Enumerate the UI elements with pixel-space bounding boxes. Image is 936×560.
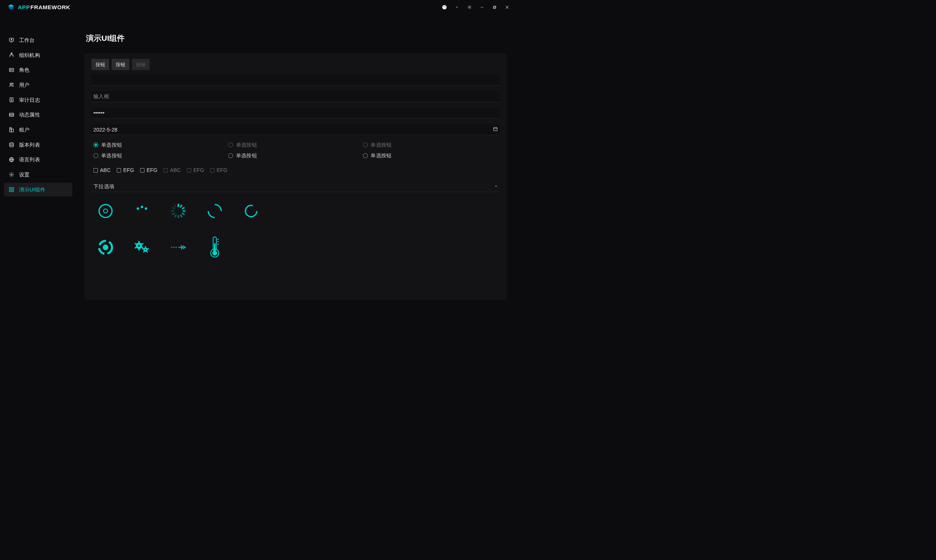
svg-rect-72 xyxy=(147,248,149,249)
svg-point-43 xyxy=(104,209,108,213)
demo-button-0[interactable]: 按钮 xyxy=(92,59,109,70)
demo-button-2: 按钮 xyxy=(132,59,149,70)
svg-rect-38 xyxy=(494,128,497,131)
password-input[interactable]: •••••• xyxy=(92,108,500,119)
brand-accent: APP xyxy=(18,4,30,11)
radio-circle-icon xyxy=(228,142,233,147)
svg-point-42 xyxy=(99,205,112,217)
svg-rect-48 xyxy=(180,204,183,208)
svg-point-78 xyxy=(174,247,175,248)
brand: APP FRAMEWORK xyxy=(7,3,70,11)
text-input-placeholder[interactable]: 输入框 xyxy=(92,91,500,102)
checkbox-2[interactable]: EFG xyxy=(140,167,157,174)
sidebar: 工作台组织机构角色用户审计日志动态属性租户版本列表语言列表设置演示UI组件 xyxy=(0,15,77,308)
sidebar-item-label: 语言列表 xyxy=(19,156,40,163)
radio-circle-icon xyxy=(228,153,233,158)
sidebar-item-settings[interactable]: 设置 xyxy=(4,168,72,182)
spinner-thermometer-icon xyxy=(206,239,223,255)
svg-rect-51 xyxy=(182,212,185,215)
checkbox-4: EFG xyxy=(187,167,204,174)
spinner-gears-icon xyxy=(134,239,150,255)
dropdown-caret-icon[interactable] xyxy=(454,5,460,10)
svg-point-46 xyxy=(145,207,148,210)
radio-label: 单选按钮 xyxy=(101,141,122,148)
radio-option-3[interactable]: 单选按钮 xyxy=(93,152,228,159)
sidebar-item-version-list[interactable]: 版本列表 xyxy=(4,138,72,151)
svg-point-33 xyxy=(11,174,12,175)
sidebar-item-organization[interactable]: 组织机构 xyxy=(4,48,72,62)
radio-label: 单选按钮 xyxy=(236,152,257,159)
svg-rect-24 xyxy=(9,113,14,117)
role-icon xyxy=(8,67,15,73)
maximize-icon[interactable] xyxy=(492,5,497,10)
svg-rect-75 xyxy=(142,248,144,249)
spinner-sunburst-icon xyxy=(170,203,186,219)
date-input[interactable]: 2022-5-28 xyxy=(92,124,500,135)
svg-rect-52 xyxy=(180,214,183,218)
radio-option-4[interactable]: 单选按钮 xyxy=(228,152,363,159)
svg-rect-53 xyxy=(177,215,179,218)
svg-point-13 xyxy=(11,39,12,40)
text-input-empty[interactable] xyxy=(92,75,500,86)
spinner-pie-loading-icon xyxy=(97,239,114,255)
sidebar-item-user[interactable]: 用户 xyxy=(4,78,72,91)
sidebar-item-tenant[interactable]: 租户 xyxy=(4,123,72,136)
svg-rect-34 xyxy=(9,188,11,189)
svg-rect-58 xyxy=(174,204,177,208)
svg-rect-49 xyxy=(182,206,185,209)
dropdown-select[interactable]: 下拉选项 xyxy=(92,181,500,192)
chevron-down-icon xyxy=(494,183,498,189)
checkbox-box-icon xyxy=(210,168,215,172)
radio-option-0[interactable]: 单选按钮 xyxy=(93,141,228,148)
radio-label: 单选按钮 xyxy=(101,152,122,159)
organization-icon xyxy=(8,52,15,58)
sidebar-item-language-list[interactable]: 语言列表 xyxy=(4,153,72,166)
version-list-icon xyxy=(8,142,15,148)
svg-point-76 xyxy=(145,249,146,251)
svg-rect-35 xyxy=(12,188,14,189)
light-mode-icon[interactable] xyxy=(466,5,472,10)
workbench-icon xyxy=(8,37,15,43)
svg-rect-54 xyxy=(174,214,177,218)
checkbox-box-icon xyxy=(140,168,145,172)
checkbox-box-icon xyxy=(93,168,98,172)
sidebar-item-workbench[interactable]: 工作台 xyxy=(4,33,72,47)
demo-button-1[interactable]: 按钮 xyxy=(112,59,129,70)
svg-point-59 xyxy=(246,205,257,217)
checkbox-box-icon xyxy=(117,168,121,172)
svg-rect-66 xyxy=(138,249,140,251)
checkbox-label: EFG xyxy=(217,167,227,174)
svg-point-3 xyxy=(443,6,444,7)
svg-rect-83 xyxy=(214,243,216,252)
svg-point-19 xyxy=(12,83,13,84)
radio-circle-icon xyxy=(93,142,98,147)
checkbox-1[interactable]: EFG xyxy=(117,167,134,174)
sidebar-item-label: 版本列表 xyxy=(19,141,40,148)
svg-point-17 xyxy=(10,69,11,71)
sidebar-item-audit-log[interactable]: 审计日志 xyxy=(4,93,72,106)
theme-palette-icon[interactable] xyxy=(442,5,447,10)
panel: 按钮按钮按钮 输入框 •••••• 2022-5-28 单选按钮单选按钮单选按钮… xyxy=(85,53,506,300)
checkbox-0[interactable]: ABC xyxy=(93,167,111,174)
svg-rect-9 xyxy=(493,7,496,9)
titlebar: APP FRAMEWORK xyxy=(0,0,515,15)
radio-option-5[interactable]: 单选按钮 xyxy=(363,152,498,159)
sidebar-item-dynamic-attr[interactable]: 动态属性 xyxy=(4,108,72,122)
sidebar-item-role[interactable]: 角色 xyxy=(4,63,72,77)
language-list-icon xyxy=(8,157,15,163)
spinner-ring-dot-icon xyxy=(97,203,114,219)
checkbox-label: ABC xyxy=(100,167,111,174)
radio-label: 单选按钮 xyxy=(236,141,257,148)
user-icon xyxy=(8,82,15,88)
spinner-arc-icon xyxy=(206,203,223,219)
svg-rect-47 xyxy=(177,203,179,207)
svg-rect-56 xyxy=(171,210,174,212)
sidebar-item-ui-demo[interactable]: 演示UI组件 xyxy=(4,183,72,196)
close-icon[interactable] xyxy=(504,5,510,10)
minimize-icon[interactable] xyxy=(479,5,485,10)
button-row: 按钮按钮按钮 xyxy=(92,59,500,70)
radio-circle-icon xyxy=(363,142,368,147)
svg-rect-37 xyxy=(12,190,14,191)
calendar-icon[interactable] xyxy=(493,126,498,133)
radio-circle-icon xyxy=(363,153,368,158)
